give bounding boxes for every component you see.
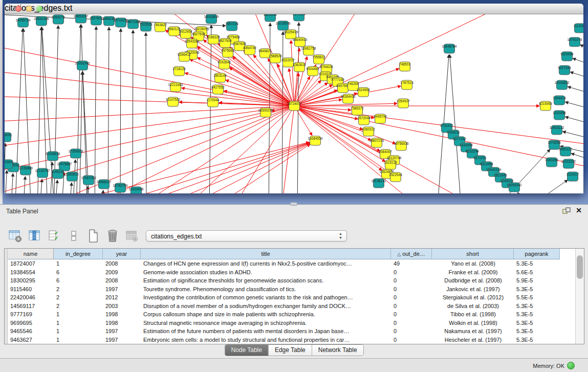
column-header-title[interactable]: title <box>141 249 391 259</box>
table-vertical-scrollbar[interactable] <box>575 249 584 344</box>
scrollbar-thumb[interactable] <box>577 255 583 279</box>
graph-edge[interactable] <box>95 27 96 193</box>
graph-edge[interactable] <box>55 180 57 193</box>
minimize-window-button[interactable] <box>26 6 32 12</box>
table-row[interactable]: 1830029562008Estimation of significance … <box>8 276 560 285</box>
tab-edge-table[interactable]: Edge Table <box>268 345 312 356</box>
close-panel-icon[interactable]: ✕ <box>576 206 582 214</box>
graph-edge[interactable] <box>565 102 583 110</box>
table-cell: 1 <box>54 310 103 319</box>
graph-edge[interactable] <box>518 192 532 193</box>
table-cell: 1998 <box>103 310 141 319</box>
table-row[interactable]: 946362711997Embryonic stem cells: a mode… <box>8 336 560 344</box>
delete-column-icon[interactable] <box>105 229 119 243</box>
column-header-outde[interactable]: △out_de… <box>391 249 432 259</box>
graph-edge[interactable] <box>112 143 310 193</box>
graph-edge[interactable] <box>573 58 583 65</box>
close-window-button[interactable] <box>15 6 21 12</box>
network-window-titlebar[interactable]: citations_edges.txt <box>5 4 583 14</box>
table-settings-icon[interactable] <box>8 229 22 243</box>
table-row[interactable]: 911546021997Tourette syndrome. Phenomeno… <box>8 285 560 294</box>
table-toolbar: ✓ ✓ <box>8 228 158 244</box>
graph-node-label: 1362615 <box>293 63 306 67</box>
graph-edge[interactable] <box>570 72 583 79</box>
graph-edge[interactable] <box>565 117 583 124</box>
status-bar: Memory: OK <box>0 358 588 372</box>
delete-table-disabled-icon[interactable] <box>125 229 139 243</box>
float-panel-icon[interactable] <box>562 207 571 214</box>
graph-node-label: 16120746 <box>387 156 402 160</box>
graph-edge[interactable] <box>108 27 109 193</box>
create-column-icon[interactable] <box>86 229 100 243</box>
column-header-name[interactable]: name <box>8 249 54 259</box>
graph-node-label: 9329966 <box>560 52 574 56</box>
graph-edge[interactable] <box>120 29 121 193</box>
panel-splitter-handle[interactable] <box>290 202 297 206</box>
table-cell: 22420046 <box>8 293 54 302</box>
graph-edge[interactable] <box>5 71 294 106</box>
network-graph[interactable]: 1872400774638228660128591295423226055982… <box>5 14 583 193</box>
table-cell: 1997 <box>103 336 141 344</box>
graph-edge[interactable] <box>519 180 568 193</box>
graph-edge[interactable] <box>79 72 82 193</box>
table-selector-value: citations_edges.txt <box>151 233 202 240</box>
column-header-indegree[interactable]: in_degree <box>54 249 103 259</box>
graph-edge[interactable] <box>146 33 146 193</box>
graph-edge[interactable] <box>54 26 58 193</box>
table-row[interactable]: 969969511998Structural magnetic resonanc… <box>8 319 560 327</box>
network-canvas[interactable]: 1872400774638228660128591295423226055982… <box>5 14 583 193</box>
zoom-window-button[interactable] <box>36 6 42 12</box>
graph-edge[interactable] <box>69 183 72 193</box>
graph-edge[interactable] <box>5 106 294 147</box>
graph-edge[interactable] <box>294 14 506 106</box>
graph-edge[interactable] <box>25 106 294 193</box>
graph-edge[interactable] <box>491 149 550 193</box>
graph-edge[interactable] <box>173 144 310 193</box>
graph-edge[interactable] <box>185 73 294 106</box>
graph-node-label: 8232294 <box>466 149 479 153</box>
graph-edge[interactable] <box>101 190 103 193</box>
graph-node-label: 10107552 <box>166 98 181 101</box>
graph-edge[interactable] <box>568 86 583 94</box>
graph-edge[interactable] <box>51 142 309 193</box>
tab-network-table[interactable]: Network Table <box>312 345 363 356</box>
graph-edge[interactable] <box>5 170 7 193</box>
tab-node-table[interactable]: Node Table <box>225 345 268 356</box>
table-cell: 1 <box>54 319 103 327</box>
graph-node-label: 9495794 <box>374 115 387 118</box>
graph-edge[interactable] <box>11 173 13 193</box>
table-row[interactable]: 1872400712008Changes of HCN gene express… <box>8 259 560 268</box>
graph-node-label: 16782759 <box>113 184 128 187</box>
graph-edge[interactable] <box>294 14 363 106</box>
column-header-pagerank[interactable]: pagerank <box>514 249 560 259</box>
graph-node-label: 8427552 <box>211 85 225 89</box>
column-header-short[interactable]: short <box>432 249 514 259</box>
graph-edge[interactable] <box>133 30 133 193</box>
graph-node-label: 14055724 <box>16 18 31 22</box>
table-row[interactable]: 1938455462009Genome-wide association stu… <box>8 268 560 277</box>
graph-edge[interactable] <box>580 45 583 51</box>
table-row[interactable]: 946554611997Estimation of the future num… <box>8 327 560 336</box>
graph-edge[interactable] <box>281 106 294 193</box>
graph-node-label: 17359928 <box>69 149 83 153</box>
table-selector-dropdown[interactable]: citations_edges.txt ▲▼ <box>146 230 347 242</box>
graph-node-label: 10903122 <box>550 126 564 129</box>
graph-node-label: 12923448 <box>129 187 144 191</box>
column-visibility-icon[interactable] <box>28 229 41 243</box>
column-checklist-icon[interactable]: ✓ ✓ <box>47 229 61 243</box>
row-tools-icon[interactable] <box>67 229 80 243</box>
graph-edge[interactable] <box>282 32 283 193</box>
graph-edge[interactable] <box>294 106 583 168</box>
graph-edge[interactable] <box>563 132 583 139</box>
table-row[interactable]: 2242004622012Investigating the contribut… <box>8 293 560 302</box>
network-window: citations_edges.txt 18724007746382286601… <box>5 4 583 193</box>
table-cell: 5.3E-5 <box>514 259 560 268</box>
graph-edge[interactable] <box>23 177 25 193</box>
table-row[interactable]: 977716911998Corpus callosum shape and si… <box>8 310 560 319</box>
graph-node-label: 1060312 <box>362 127 375 131</box>
graph-node-label: 20206536 <box>46 152 60 156</box>
graph-edge[interactable] <box>229 68 294 106</box>
graph-edge[interactable] <box>294 73 298 106</box>
column-header-year[interactable]: year <box>103 249 141 259</box>
table-row[interactable]: 1456911722003Disruption of a novel membe… <box>8 302 560 311</box>
